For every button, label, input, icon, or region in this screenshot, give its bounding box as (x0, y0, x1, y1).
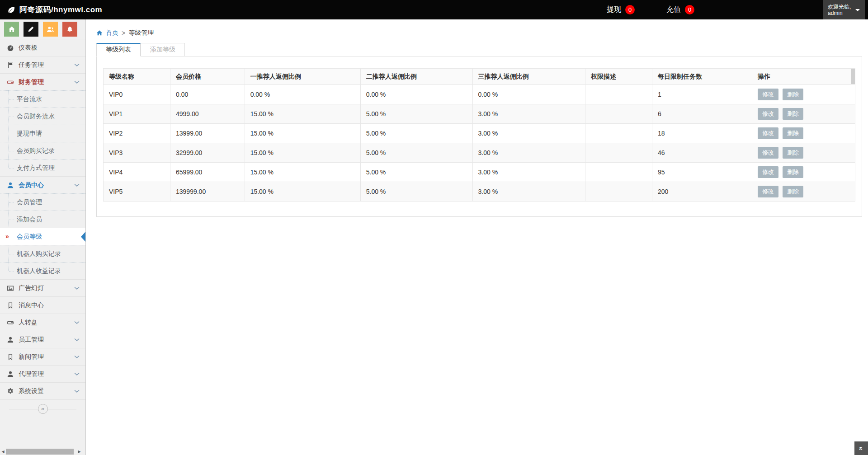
sidebar-item-label: 平台流水 (17, 95, 42, 103)
table-wrap: 等级名称 会员价格 一推荐人返佣比例 二推荐人返佣比例 三推荐人返佣比例 权限描… (103, 68, 855, 202)
column-header-rebate1: 一推荐人返佣比例 (245, 69, 360, 85)
welcome-text: 欢迎光临, (828, 4, 851, 10)
delete-button[interactable]: 删除 (783, 89, 803, 100)
sidebar-item-robot-income-records[interactable]: 机器人收益记录 (0, 262, 85, 279)
sidebar-item-news-management[interactable]: 新闻管理 (0, 348, 85, 365)
sidebar-item-label: 机器人收益记录 (17, 267, 61, 275)
active-marker-icon: » (5, 233, 9, 240)
scroll-right-arrow-icon[interactable]: ▶ (76, 450, 82, 454)
table-vertical-scrollbar-thumb[interactable] (851, 69, 855, 84)
delete-button[interactable]: 删除 (783, 147, 803, 159)
cell-price: 139999.00 (170, 182, 245, 202)
table-row: VIP2 13999.00 15.00 % 5.00 % 3.00 % 18 修… (104, 124, 855, 143)
cell-rebate3: 3.00 % (472, 124, 585, 143)
chevron-down-icon (74, 286, 80, 290)
sidebar-item-withdraw-requests[interactable]: 提现申请 (0, 125, 85, 142)
sidebar-item-member-center[interactable]: 会员中心 (0, 176, 85, 193)
cell-price: 13999.00 (170, 124, 245, 143)
users-quick-button[interactable] (43, 22, 58, 37)
sidebar-item-label: 支付方式管理 (17, 164, 55, 172)
sidebar-item-label: 会员管理 (17, 198, 42, 206)
sidebar-item-label: 提现申请 (17, 130, 42, 138)
sidebar-item-lucky-wheel[interactable]: 大转盘 (0, 314, 85, 331)
sidebar-item-platform-flow[interactable]: 平台流水 (0, 90, 85, 108)
cell-rebate1: 15.00 % (245, 104, 360, 124)
sidebar-item-staff-management[interactable]: 员工管理 (0, 331, 85, 348)
modify-button[interactable]: 修改 (758, 89, 778, 100)
sidebar-item-task-management[interactable]: 任务管理 (0, 56, 85, 73)
cell-rebate3: 3.00 % (472, 163, 585, 182)
delete-button[interactable]: 删除 (783, 108, 803, 120)
sidebar-item-member-finance-flow[interactable]: 会员财务流水 (0, 108, 85, 125)
cell-price: 65999.00 (170, 163, 245, 182)
sidebar-item-member-level[interactable]: » 会员等级 (0, 228, 85, 245)
sidebar-item-ad-slides[interactable]: 广告幻灯 (0, 279, 85, 296)
chevron-down-icon (74, 389, 80, 393)
sidebar-item-label: 任务管理 (19, 61, 44, 69)
table-row: VIP1 4999.00 15.00 % 5.00 % 3.00 % 6 修改 … (104, 104, 855, 124)
cell-permission (585, 104, 652, 124)
pencil-quick-button[interactable] (24, 22, 38, 37)
gear-icon (6, 388, 14, 395)
home-icon (96, 30, 103, 36)
cell-actions: 修改 删除 (752, 163, 855, 182)
sidebar-item-add-member[interactable]: 添加会员 (0, 211, 85, 228)
bell-quick-button[interactable] (62, 22, 77, 37)
withdraw-link[interactable]: 提现 0 (607, 0, 635, 19)
modify-button[interactable]: 修改 (758, 186, 778, 197)
cell-permission (585, 163, 652, 182)
cell-rebate1: 15.00 % (245, 182, 360, 202)
user-icon (6, 371, 14, 378)
sidebar-horizontal-scrollbar[interactable]: ◀ ▶ (0, 448, 85, 455)
back-to-top-button[interactable]: « (854, 441, 868, 455)
modify-button[interactable]: 修改 (758, 166, 778, 178)
sidebar-item-member-management[interactable]: 会员管理 (0, 193, 85, 211)
cell-rebate2: 5.00 % (360, 163, 472, 182)
sidebar-item-payment-method-management[interactable]: 支付方式管理 (0, 159, 85, 176)
users-icon (47, 25, 54, 33)
cell-actions: 修改 删除 (752, 85, 855, 104)
modify-button[interactable]: 修改 (758, 127, 778, 139)
scroll-left-arrow-icon[interactable]: ◀ (0, 450, 6, 454)
scrollbar-thumb[interactable] (6, 449, 74, 455)
cell-level: VIP0 (104, 85, 170, 104)
home-quick-button[interactable] (4, 22, 19, 37)
sidebar-item-label: 添加会员 (17, 216, 42, 224)
sidebar-item-system-settings[interactable]: 系统设置 (0, 382, 85, 399)
breadcrumb-home-link[interactable]: 首页 (106, 29, 118, 37)
dashboard-icon (6, 44, 14, 52)
delete-button[interactable]: 删除 (783, 186, 803, 197)
delete-button[interactable]: 删除 (783, 166, 803, 178)
sidebar-item-finance-management[interactable]: 财务管理 (0, 73, 85, 90)
sidebar-item-member-purchase-records[interactable]: 会员购买记录 (0, 142, 85, 159)
cell-rebate2: 5.00 % (360, 182, 472, 202)
sidebar-item-message-center[interactable]: 消息中心 (0, 296, 85, 314)
tab-level-list[interactable]: 等级列表 (96, 43, 141, 56)
tab-add-level[interactable]: 添加等级 (141, 43, 185, 56)
image-icon (6, 285, 14, 292)
column-header-level: 等级名称 (104, 69, 170, 85)
topbar: 阿奇源码/hnymwl.com 提现 0 充值 0 欢迎光临, admin (0, 0, 868, 19)
withdraw-badge: 0 (625, 5, 635, 14)
modify-button[interactable]: 修改 (758, 108, 778, 120)
chevron-down-icon (74, 183, 80, 187)
user-menu[interactable]: 欢迎光临, admin (823, 0, 865, 19)
cell-actions: 修改 删除 (752, 104, 855, 124)
cell-daily-limit: 6 (652, 104, 752, 124)
sidebar-item-agent-management[interactable]: 代理管理 (0, 365, 85, 382)
recharge-link[interactable]: 充值 0 (666, 0, 694, 19)
cell-actions: 修改 删除 (752, 124, 855, 143)
member-submenu: 会员管理 添加会员 » 会员等级 机器人购买记录 机器人收益记录 (0, 193, 85, 279)
sidebar-item-robot-purchase-records[interactable]: 机器人购买记录 (0, 245, 85, 262)
sidebar-item-dashboard[interactable]: 仪表板 (0, 39, 85, 56)
cell-permission (585, 85, 652, 104)
cell-rebate3: 3.00 % (472, 104, 585, 124)
modify-button[interactable]: 修改 (758, 147, 778, 159)
sidebar-collapse-toggle[interactable]: « (0, 399, 85, 417)
caret-down-icon (855, 9, 860, 11)
cell-rebate1: 15.00 % (245, 163, 360, 182)
cell-price: 32999.00 (170, 143, 245, 163)
delete-button[interactable]: 删除 (783, 127, 803, 139)
chevron-down-icon (74, 355, 80, 358)
chevron-down-icon (74, 80, 80, 84)
